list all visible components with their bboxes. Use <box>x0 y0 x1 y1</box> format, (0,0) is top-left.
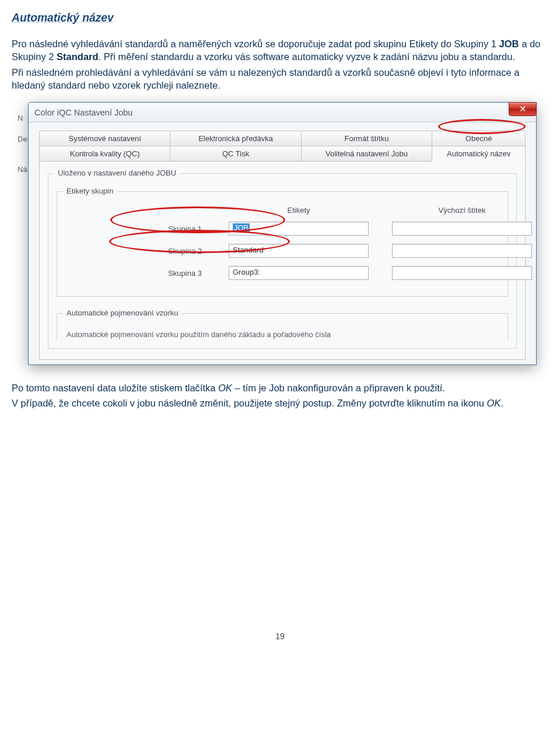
row-label: Skupina 2 <box>112 247 205 255</box>
tab-optional-job-settings[interactable]: Volitelná nastavení Jobu <box>302 146 432 162</box>
column-label-etikety: Etikety <box>229 206 369 215</box>
input-skupina2-etikety[interactable]: Standard <box>229 244 369 258</box>
bold-standard: Standard <box>57 51 99 62</box>
dialog-body: Systémové nastavení Elektronická předávk… <box>29 122 536 365</box>
tab-automatic-name[interactable]: Automatický název <box>432 146 526 162</box>
row-skupina-1: Skupina 1 JOB <box>112 222 499 236</box>
text: . Při měření standardu a vzorku vás soft… <box>99 51 515 62</box>
row-label: Skupina 3 <box>112 269 205 278</box>
bold-job: JOB <box>499 38 519 49</box>
page-number: 19 <box>12 632 548 641</box>
dialog-title: Color iQC Nastavení Jobu <box>34 108 132 117</box>
close-icon: ✕ <box>519 104 527 114</box>
text: . <box>501 398 503 408</box>
tab-qc[interactable]: Kontrola kvality (QC) <box>39 146 170 162</box>
text: Po tomto nastavení data uložíte stiskem … <box>12 383 218 393</box>
italic-ok: OK <box>487 398 501 408</box>
selected-text: JOB <box>233 223 250 232</box>
fieldset-legend: Uloženo v nastavení daného JOBU <box>54 169 180 177</box>
dialog-titlebar[interactable]: Color iQC Nastavení Jobu <box>29 103 536 122</box>
peek-letter: N <box>18 114 23 122</box>
tab-row-1: Systémové nastavení Elektronická předávk… <box>39 131 526 146</box>
row-label: Skupina 1 <box>112 225 205 233</box>
auto-naming-description: Automatické pojmenování vzorku použitím … <box>65 330 499 339</box>
settings-dialog: Color iQC Nastavení Jobu ✕ Systémové nas… <box>28 102 537 365</box>
text: Pro následné vyhledávání standardů a nam… <box>12 38 499 49</box>
tab-label-format[interactable]: Formát štítku <box>302 131 432 146</box>
tab-panel: Uloženo v nastavení daného JOBU Etikety … <box>39 162 526 360</box>
section-title: Automatický název <box>12 12 548 24</box>
tab-system-settings[interactable]: Systémové nastavení <box>39 131 170 146</box>
columns-header: Etikety Výchozí štítek <box>112 206 499 215</box>
fieldset-auto-naming: Automatické pojmenování vzorku Automatic… <box>57 313 508 340</box>
column-label-stitek: Výchozí štítek <box>392 206 532 215</box>
closing-paragraph-1: Po tomto nastavení data uložíte stiskem … <box>12 381 548 394</box>
screenshot-container: N De Ná Color iQC Nastavení Jobu ✕ Systé… <box>12 102 537 365</box>
fieldset-legend: Automatické pojmenování vzorku <box>63 309 181 317</box>
input-skupina3-etikety[interactable]: Group3: <box>229 266 369 280</box>
fieldset-etikety-skupin: Etikety skupin Etikety Výchozí štítek Sk… <box>57 191 508 297</box>
tab-row-2: Kontrola kvality (QC) QC Tisk Volitelná … <box>39 146 526 162</box>
tab-general[interactable]: Obecné <box>432 131 526 146</box>
input-skupina3-stitek[interactable] <box>392 266 532 280</box>
input-skupina1-etikety[interactable]: JOB <box>229 222 369 236</box>
fieldset-legend: Etikety skupin <box>63 187 117 195</box>
text: V případě, že chcete cokoli v jobu násle… <box>12 398 487 408</box>
row-skupina-2: Skupina 2 Standard <box>112 244 499 258</box>
italic-ok: OK <box>218 383 232 393</box>
intro-paragraph-2: Při následném prohledávání a vyhledávání… <box>12 66 548 92</box>
closing-paragraphs: Po tomto nastavení data uložíte stiskem … <box>12 381 548 410</box>
input-skupina1-stitek[interactable] <box>392 222 532 236</box>
tab-qc-print[interactable]: QC Tisk <box>170 146 301 162</box>
row-skupina-3: Skupina 3 Group3: <box>112 266 499 280</box>
intro-paragraph-1: Pro následné vyhledávání standardů a nam… <box>12 37 548 64</box>
closing-paragraph-2: V případě, že chcete cokoli v jobu násle… <box>12 397 548 409</box>
peek-letter: Ná <box>18 165 27 174</box>
fieldset-job-stored: Uloženo v nastavení daného JOBU Etikety … <box>48 173 517 349</box>
text: – tím je Job nakonfigurován a připraven … <box>232 383 445 393</box>
peek-letter: De <box>18 135 27 143</box>
input-skupina2-stitek[interactable] <box>392 244 532 258</box>
tab-electronic-handoff[interactable]: Elektronická předávka <box>170 131 301 146</box>
close-button[interactable]: ✕ <box>509 102 537 116</box>
